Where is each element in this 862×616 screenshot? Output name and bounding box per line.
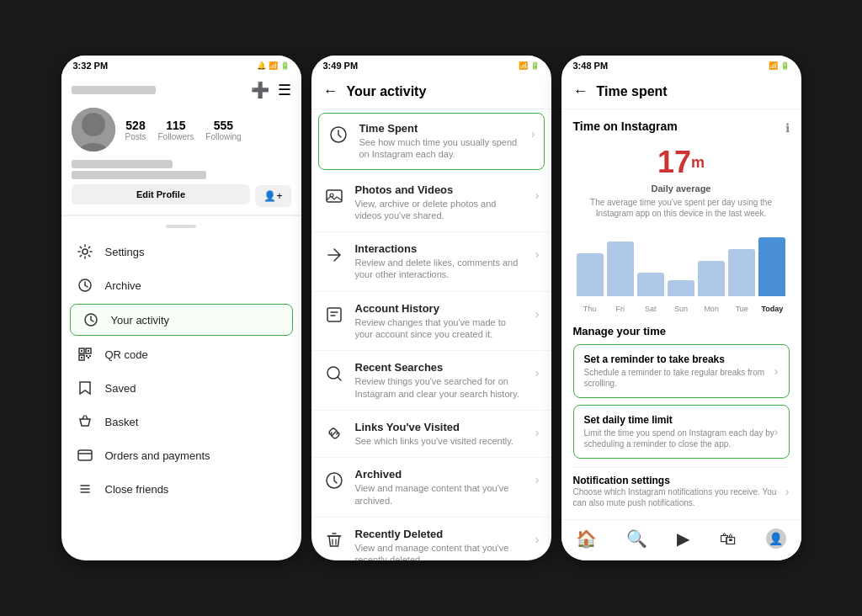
interactions-icon: [323, 244, 345, 266]
activity-item-time-spent[interactable]: Time Spent See how much time you usually…: [318, 113, 545, 170]
profile-actions: Edit Profile 👤+: [72, 184, 291, 208]
qr-icon: [77, 346, 93, 363]
page-title-3: Time spent: [597, 84, 668, 99]
activity-icon: [82, 311, 99, 328]
chevron-icon: ›: [535, 307, 540, 321]
chart-label-sun: Sun: [674, 305, 688, 313]
link-icon: [323, 422, 345, 444]
recently-deleted-text: Recently Deleted View and manage content…: [355, 528, 525, 560]
chevron-icon: ›: [535, 473, 540, 486]
interactions-text: Interactions Review and delete likes, co…: [355, 242, 525, 281]
svg-rect-9: [81, 350, 82, 352]
time-icon: [327, 124, 349, 146]
page-header-2: ← Your activity: [311, 74, 551, 109]
archive-icon: [77, 277, 93, 294]
page-title-2: Your activity: [347, 84, 427, 99]
activity-item-recent-searches[interactable]: Recent Searches Review things you've sea…: [311, 351, 551, 411]
activity-item-interactions[interactable]: Interactions Review and delete likes, co…: [311, 232, 551, 292]
status-icons-3: 📶 🔋: [769, 61, 790, 70]
daily-limit-item[interactable]: Set daily time limit Limit the time you …: [573, 405, 790, 459]
edit-profile-button[interactable]: Edit Profile: [72, 184, 251, 204]
dropdown-menu: Settings Archive Your activity: [61, 215, 301, 511]
profile-stats: 528 Posts 115 Followers 555 Following: [125, 119, 242, 141]
time-display: 17m: [573, 145, 790, 180]
info-icon[interactable]: ℹ: [785, 121, 790, 135]
manage-title: Manage your time: [573, 325, 790, 337]
reels-nav-icon[interactable]: ▶: [677, 528, 689, 549]
account-history-text: Account History Review changes that you'…: [355, 302, 525, 341]
chevron-icon: ›: [774, 364, 779, 378]
photos-text: Photos and Videos View, archive or delet…: [355, 183, 525, 222]
menu-item-archive[interactable]: Archive: [61, 268, 301, 302]
status-icons-2: 📶 🔋: [519, 61, 540, 70]
menu-item-settings[interactable]: Settings: [61, 235, 301, 268]
chevron-icon: ›: [535, 533, 540, 546]
saved-label: Saved: [105, 382, 136, 395]
chart-label-today: Today: [761, 305, 783, 313]
phone-3: 3:48 PM 📶 🔋 ← Time spent Time on Instagr…: [561, 56, 801, 560]
chevron-icon: ›: [535, 366, 540, 380]
basket-icon: [77, 413, 93, 430]
menu-icon[interactable]: ☰: [278, 81, 291, 99]
trash-icon: [323, 529, 345, 551]
profile-header: ➕ ☰ 528 Posts 115 Followers: [61, 74, 301, 215]
svg-rect-12: [78, 450, 92, 460]
links-text: Links You've Visited See which links you…: [355, 421, 525, 447]
add-icon[interactable]: ➕: [251, 81, 269, 99]
time-spent-content: Time on Instagram ℹ 17m Daily average Th…: [561, 109, 801, 560]
chart-label-mon: Mon: [704, 305, 719, 313]
chevron-icon: ›: [535, 247, 540, 261]
activity-item-recently-deleted[interactable]: Recently Deleted View and manage content…: [311, 518, 551, 560]
manage-section: Manage your time Set a reminder to take …: [573, 325, 790, 459]
shop-nav-icon[interactable]: 🛍: [720, 529, 737, 549]
phone-2: 3:49 PM 📶 🔋 ← Your activity Time Spent S…: [311, 56, 551, 560]
status-time-2: 3:49 PM: [323, 61, 359, 71]
bar-mon: [698, 261, 725, 296]
menu-handle: [166, 225, 196, 228]
svg-point-1: [82, 113, 105, 136]
chevron-icon: ›: [535, 189, 540, 202]
notif-item[interactable]: Notification settings Choose which Insta…: [573, 467, 790, 515]
bar-today: [758, 237, 785, 296]
menu-item-qr-code[interactable]: QR code: [61, 337, 301, 371]
chart-bar-thu: [577, 253, 604, 296]
close-friends-label: Close friends: [105, 483, 169, 496]
gear-icon: [77, 243, 93, 260]
svg-rect-16: [327, 308, 341, 321]
following-stat: 555 Following: [205, 119, 241, 141]
activity-item-archived[interactable]: Archived View and manage content that yo…: [311, 458, 551, 518]
photos-icon: [323, 185, 345, 207]
avg-desc: The average time you've spent per day us…: [573, 197, 790, 219]
home-nav-icon[interactable]: 🏠: [576, 528, 597, 549]
bookmark-icon: [77, 380, 93, 396]
followers-stat: 115 Followers: [158, 119, 194, 141]
bar-fri: [607, 242, 634, 296]
basket-label: Basket: [105, 416, 139, 428]
menu-item-close-friends[interactable]: Close friends: [61, 472, 301, 506]
add-person-button[interactable]: 👤+: [255, 185, 290, 207]
back-button-3[interactable]: ←: [573, 82, 588, 100]
phone-1: 3:32 PM 🔔 📶 🔋 ➕ ☰: [61, 56, 301, 560]
list-icon: [77, 481, 93, 497]
page-header-3: ← Time spent: [561, 74, 801, 109]
profile-nav-icon[interactable]: 👤: [766, 528, 786, 549]
svg-rect-11: [81, 357, 82, 358]
activity-item-links[interactable]: Links You've Visited See which links you…: [311, 411, 551, 458]
menu-item-orders[interactable]: Orders and payments: [61, 438, 301, 472]
settings-label: Settings: [105, 246, 145, 258]
section-title: Time on Instagram: [573, 119, 678, 133]
menu-item-saved[interactable]: Saved: [61, 371, 301, 405]
time-value: 17: [657, 145, 691, 179]
bar-tue: [728, 249, 755, 296]
chevron-icon: ›: [535, 426, 540, 439]
reminder-item[interactable]: Set a reminder to take breaks Schedule a…: [573, 344, 790, 398]
back-button-2[interactable]: ←: [323, 82, 338, 100]
activity-item-photos[interactable]: Photos and Videos View, archive or delet…: [311, 173, 551, 233]
svg-rect-14: [327, 190, 342, 202]
menu-item-basket[interactable]: Basket: [61, 405, 301, 438]
chart-bar-sat: [637, 273, 664, 296]
activity-item-account-history[interactable]: Account History Review changes that you'…: [311, 292, 551, 352]
search-nav-icon[interactable]: 🔍: [626, 528, 647, 549]
menu-item-your-activity[interactable]: Your activity: [70, 304, 293, 336]
history-icon: [323, 304, 345, 326]
